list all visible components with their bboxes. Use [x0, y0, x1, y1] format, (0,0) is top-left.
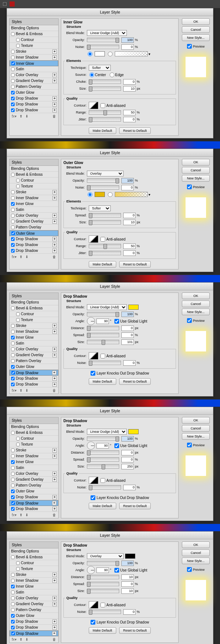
style-item-drop_shadow_1[interactable]: Drop Shadow+: [10, 370, 58, 376]
move-down-icon[interactable]: ⬇: [25, 513, 28, 517]
style-item-inner_glow[interactable]: Inner Glow: [10, 201, 58, 207]
color-radio[interactable]: [88, 52, 92, 56]
slider[interactable]: [87, 178, 119, 183]
reset-default-button[interactable]: Reset to Default: [119, 378, 151, 385]
style-checkbox[interactable]: [16, 44, 20, 48]
style-item-drop_shadow_3[interactable]: Drop Shadow+: [10, 506, 58, 512]
style-checkbox[interactable]: [11, 579, 15, 582]
layer-thumbnail[interactable]: [10, 1, 15, 7]
style-checkbox[interactable]: [11, 91, 15, 94]
style-checkbox[interactable]: [16, 312, 20, 316]
gradient-swatch[interactable]: [115, 192, 148, 197]
move-up-icon[interactable]: ⬆: [19, 513, 22, 517]
style-item-inner_glow[interactable]: Inner Glow: [10, 584, 58, 589]
value-input[interactable]: [123, 220, 136, 225]
style-checkbox[interactable]: [11, 50, 15, 53]
slider[interactable]: [87, 457, 119, 462]
style-checkbox[interactable]: [11, 359, 15, 363]
slider[interactable]: [87, 436, 119, 441]
style-item-satin[interactable]: Satin: [10, 340, 58, 346]
slider[interactable]: [87, 312, 119, 316]
style-checkbox[interactable]: [11, 466, 15, 470]
style-checkbox[interactable]: [11, 383, 15, 386]
style-checkbox[interactable]: [11, 336, 15, 339]
preview-checkbox[interactable]: Preview: [187, 44, 205, 49]
style-item-drop_shadow_1[interactable]: Drop Shadow+: [10, 619, 58, 625]
ok-button[interactable]: OK: [182, 18, 210, 25]
blend-mode-select[interactable]: Overlay: [87, 171, 124, 176]
style-item-outer_glow[interactable]: Outer Glow: [10, 488, 58, 494]
style-checkbox[interactable]: [11, 56, 15, 59]
style-item-color_overlay[interactable]: Color Overlay+: [10, 346, 58, 352]
add-effect-icon[interactable]: +: [52, 596, 57, 600]
angle-input[interactable]: [96, 319, 109, 324]
style-item-bevel[interactable]: Bevel & Emboss: [10, 31, 58, 37]
blend-mode-select[interactable]: Overlay: [87, 553, 124, 559]
add-effect-icon[interactable]: +: [52, 55, 57, 60]
ok-button[interactable]: OK: [182, 159, 210, 165]
value-input[interactable]: [123, 243, 136, 249]
style-checkbox[interactable]: [16, 567, 20, 571]
style-item-pattern_overlay[interactable]: Pattern Overlay: [10, 84, 58, 90]
new-style-button[interactable]: New Style...: [182, 175, 210, 182]
add-effect-icon[interactable]: +: [52, 219, 57, 224]
style-item-satin[interactable]: Satin: [10, 207, 58, 213]
style-item-pattern_overlay[interactable]: Pattern Overlay: [10, 607, 58, 613]
value-input[interactable]: [121, 588, 134, 594]
style-item-bevel[interactable]: Bevel & Emboss: [10, 305, 58, 311]
knockout-checkbox[interactable]: [91, 495, 95, 500]
slider[interactable]: [87, 340, 119, 344]
style-checkbox[interactable]: [11, 573, 15, 577]
reset-default-button[interactable]: Reset to Default: [119, 261, 151, 268]
style-checkbox[interactable]: [11, 226, 15, 229]
style-item-texture[interactable]: Texture: [10, 442, 58, 447]
slider[interactable]: [89, 361, 121, 365]
color-swatch[interactable]: [128, 305, 139, 310]
style-checkbox[interactable]: [16, 561, 20, 565]
style-checkbox[interactable]: [11, 507, 15, 511]
value-input[interactable]: [121, 457, 134, 462]
angle-input[interactable]: [96, 443, 109, 448]
style-checkbox[interactable]: [11, 196, 15, 200]
gradient-swatch[interactable]: [115, 51, 148, 56]
style-checkbox[interactable]: [11, 614, 15, 618]
style-checkbox[interactable]: [11, 591, 15, 594]
value-input[interactable]: [123, 79, 136, 85]
color-radio[interactable]: [88, 192, 92, 197]
style-checkbox[interactable]: [16, 437, 20, 440]
value-input[interactable]: [121, 464, 134, 469]
ok-button[interactable]: OK: [182, 541, 210, 548]
contour-swatch[interactable]: [89, 601, 98, 608]
reset-default-button[interactable]: Reset to Default: [119, 127, 151, 134]
value-input[interactable]: [121, 436, 134, 442]
value-input[interactable]: [121, 332, 134, 338]
technique-select[interactable]: Softer: [89, 205, 111, 211]
add-effect-icon[interactable]: +: [52, 353, 57, 357]
style-checkbox[interactable]: [11, 377, 15, 380]
add-effect-icon[interactable]: +: [52, 448, 57, 453]
slider[interactable]: [87, 589, 119, 593]
slider[interactable]: [87, 45, 119, 49]
style-checkbox[interactable]: [11, 620, 15, 623]
style-item-contour[interactable]: Contour: [10, 311, 58, 317]
trash-icon[interactable]: 🗑: [52, 255, 56, 259]
style-checkbox[interactable]: [11, 173, 15, 176]
style-checkbox[interactable]: [11, 489, 15, 493]
fx-icon[interactable]: fx▾: [12, 114, 16, 118]
style-item-inner_shadow[interactable]: Inner Shadow+: [10, 55, 58, 60]
value-input[interactable]: [121, 178, 134, 183]
style-checkbox[interactable]: [16, 185, 20, 188]
add-effect-icon[interactable]: +: [52, 619, 57, 624]
move-up-icon[interactable]: ⬆: [19, 388, 22, 392]
knockout-checkbox[interactable]: [91, 371, 95, 376]
style-checkbox[interactable]: [11, 460, 15, 464]
gradient-radio[interactable]: [108, 52, 113, 56]
cancel-button[interactable]: Cancel: [182, 425, 210, 432]
style-checkbox[interactable]: [11, 478, 15, 481]
knockout-checkbox[interactable]: [91, 620, 95, 625]
value-input[interactable]: [121, 37, 134, 43]
style-item-contour[interactable]: Contour: [10, 560, 58, 566]
value-input[interactable]: [121, 574, 134, 580]
style-item-gradient_overlay[interactable]: Gradient Overlay+: [10, 601, 58, 607]
add-effect-icon[interactable]: +: [52, 602, 57, 606]
